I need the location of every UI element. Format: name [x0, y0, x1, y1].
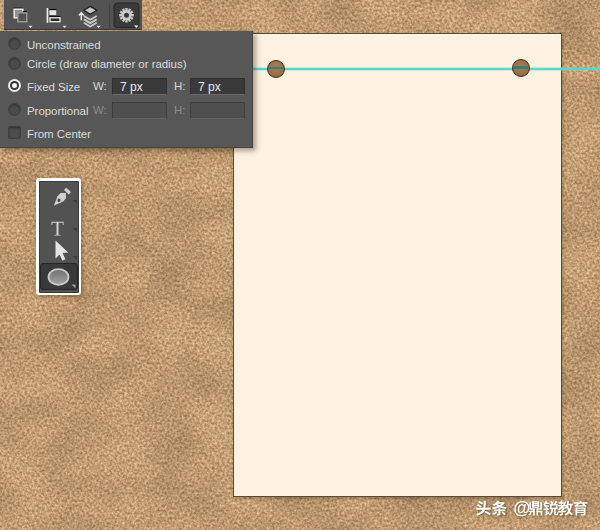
svg-text:@: @ [513, 498, 530, 518]
